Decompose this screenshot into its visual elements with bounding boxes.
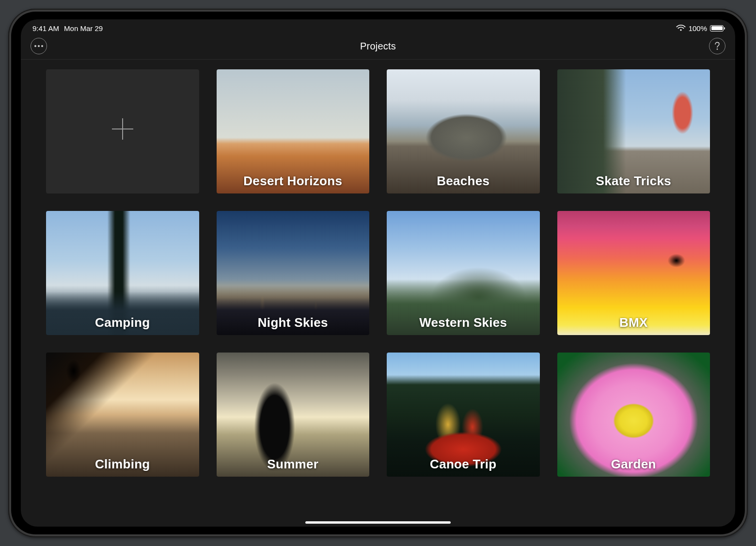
project-tile[interactable]: Skate Tricks <box>557 69 710 193</box>
ellipsis-icon <box>34 45 44 48</box>
status-date: Mon Mar 29 <box>64 24 103 32</box>
project-tile[interactable]: Garden <box>557 353 710 477</box>
help-button[interactable] <box>709 38 725 54</box>
project-tile[interactable]: Canoe Trip <box>387 353 540 477</box>
project-tile[interactable]: Desert Horizons <box>217 69 370 193</box>
page-title: Projects <box>47 41 709 52</box>
status-bar: 9:41 AM Mon Mar 29 100% <box>21 22 735 34</box>
status-time: 9:41 AM <box>32 24 59 32</box>
question-icon <box>714 42 720 50</box>
project-tile[interactable]: Summer <box>217 353 370 477</box>
home-indicator[interactable] <box>305 521 451 524</box>
battery-percent: 100% <box>689 24 707 32</box>
project-title: BMX <box>557 315 710 330</box>
status-left: 9:41 AM Mon Mar 29 <box>32 24 103 32</box>
project-tile[interactable]: Camping <box>46 211 199 335</box>
project-tile[interactable]: Western Skies <box>387 211 540 335</box>
new-project-button[interactable] <box>46 69 199 193</box>
screen: 9:41 AM Mon Mar 29 100% <box>21 19 735 527</box>
wifi-icon <box>676 25 686 32</box>
battery-icon <box>710 25 724 32</box>
ipad-frame: 9:41 AM Mon Mar 29 100% <box>8 9 748 537</box>
svg-point-0 <box>34 45 36 47</box>
svg-point-1 <box>38 45 40 47</box>
project-tile[interactable]: Beaches <box>387 69 540 193</box>
plus-icon <box>109 115 136 147</box>
project-title: Beaches <box>387 174 540 189</box>
project-title: Desert Horizons <box>217 174 370 189</box>
project-title: Camping <box>46 315 199 330</box>
project-tile[interactable]: BMX <box>557 211 710 335</box>
project-tile[interactable]: Night Skies <box>217 211 370 335</box>
svg-point-3 <box>717 48 718 50</box>
project-title: Climbing <box>46 457 199 472</box>
project-title: Western Skies <box>387 315 540 330</box>
project-tile[interactable]: Climbing <box>46 353 199 477</box>
status-right: 100% <box>676 24 724 32</box>
more-button[interactable] <box>31 38 47 54</box>
projects-scroll[interactable]: Desert HorizonsBeachesSkate TricksCampin… <box>21 60 735 527</box>
nav-bar: Projects <box>21 34 735 60</box>
svg-point-2 <box>41 45 43 47</box>
project-title: Night Skies <box>217 315 370 330</box>
project-title: Skate Tricks <box>557 174 710 189</box>
project-title: Summer <box>217 457 370 472</box>
projects-grid: Desert HorizonsBeachesSkate TricksCampin… <box>46 69 710 477</box>
project-title: Canoe Trip <box>387 457 540 472</box>
project-title: Garden <box>557 457 710 472</box>
